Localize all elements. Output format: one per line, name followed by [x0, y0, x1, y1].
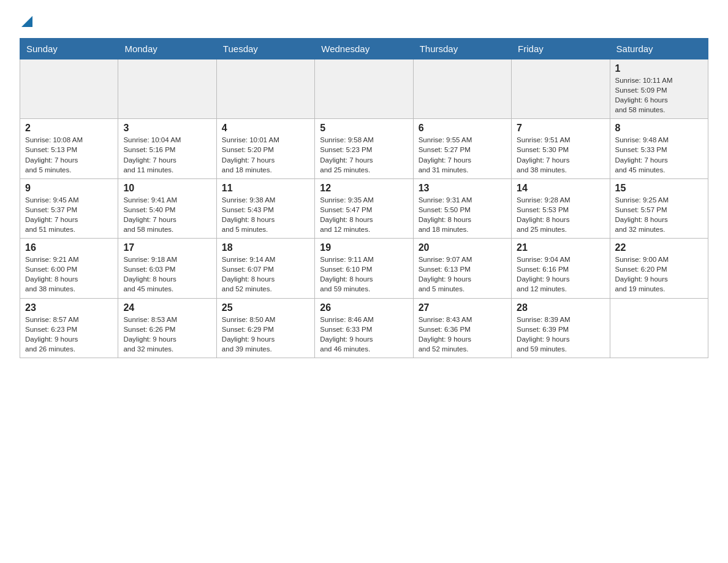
calendar-cell: 24Sunrise: 8:53 AM Sunset: 6:26 PM Dayli…: [118, 298, 216, 358]
day-info: Sunrise: 9:41 AM Sunset: 5:40 PM Dayligh…: [123, 195, 211, 234]
day-info: Sunrise: 9:00 AM Sunset: 6:20 PM Dayligh…: [615, 255, 703, 294]
page-header: [20, 15, 708, 26]
day-number: 13: [419, 183, 506, 194]
day-number: 3: [123, 123, 211, 134]
calendar-table: SundayMondayTuesdayWednesdayThursdayFrid…: [20, 38, 708, 358]
calendar-cell: 26Sunrise: 8:46 AM Sunset: 6:33 PM Dayli…: [315, 298, 413, 358]
weekday-header-friday: Friday: [512, 39, 610, 59]
day-info: Sunrise: 8:39 AM Sunset: 6:39 PM Dayligh…: [517, 315, 604, 354]
day-number: 12: [320, 183, 408, 194]
calendar-cell: 17Sunrise: 9:18 AM Sunset: 6:03 PM Dayli…: [118, 239, 216, 298]
weekday-header-monday: Monday: [118, 39, 216, 59]
day-number: 17: [123, 242, 211, 253]
calendar-cell: 14Sunrise: 9:28 AM Sunset: 5:53 PM Dayli…: [512, 178, 610, 238]
day-number: 1: [615, 63, 703, 74]
calendar-cell: 23Sunrise: 8:57 AM Sunset: 6:23 PM Dayli…: [20, 298, 118, 358]
day-info: Sunrise: 9:48 AM Sunset: 5:33 PM Dayligh…: [615, 135, 703, 174]
day-number: 4: [222, 123, 309, 134]
calendar-cell: 4Sunrise: 10:01 AM Sunset: 5:20 PM Dayli…: [216, 119, 314, 178]
day-number: 18: [222, 242, 309, 253]
day-number: 23: [25, 302, 113, 313]
day-info: Sunrise: 8:43 AM Sunset: 6:36 PM Dayligh…: [419, 315, 506, 354]
day-info: Sunrise: 9:07 AM Sunset: 6:13 PM Dayligh…: [419, 255, 506, 294]
day-info: Sunrise: 10:04 AM Sunset: 5:16 PM Daylig…: [123, 135, 211, 174]
calendar-cell: [315, 59, 413, 119]
calendar-cell: 16Sunrise: 9:21 AM Sunset: 6:00 PM Dayli…: [20, 239, 118, 298]
svg-marker-0: [21, 16, 32, 27]
day-info: Sunrise: 9:58 AM Sunset: 5:23 PM Dayligh…: [320, 135, 408, 174]
day-number: 10: [123, 183, 211, 194]
day-info: Sunrise: 9:38 AM Sunset: 5:43 PM Dayligh…: [222, 195, 309, 234]
calendar-cell: 6Sunrise: 9:55 AM Sunset: 5:27 PM Daylig…: [413, 119, 511, 178]
day-info: Sunrise: 9:31 AM Sunset: 5:50 PM Dayligh…: [419, 195, 506, 234]
calendar-week-1: 1Sunrise: 10:11 AM Sunset: 5:09 PM Dayli…: [20, 59, 708, 119]
calendar-cell: 9Sunrise: 9:45 AM Sunset: 5:37 PM Daylig…: [20, 178, 118, 238]
calendar-cell: 13Sunrise: 9:31 AM Sunset: 5:50 PM Dayli…: [413, 178, 511, 238]
calendar-cell: 7Sunrise: 9:51 AM Sunset: 5:30 PM Daylig…: [512, 119, 610, 178]
calendar-cell: 27Sunrise: 8:43 AM Sunset: 6:36 PM Dayli…: [413, 298, 511, 358]
day-number: 15: [615, 183, 703, 194]
weekday-header-thursday: Thursday: [413, 39, 511, 59]
day-info: Sunrise: 10:08 AM Sunset: 5:13 PM Daylig…: [25, 135, 113, 174]
day-info: Sunrise: 9:35 AM Sunset: 5:47 PM Dayligh…: [320, 195, 408, 234]
day-number: 27: [419, 302, 506, 313]
day-number: 8: [615, 123, 703, 134]
calendar-cell: 19Sunrise: 9:11 AM Sunset: 6:10 PM Dayli…: [315, 239, 413, 298]
day-info: Sunrise: 10:01 AM Sunset: 5:20 PM Daylig…: [222, 135, 309, 174]
day-info: Sunrise: 8:46 AM Sunset: 6:33 PM Dayligh…: [320, 315, 408, 354]
day-info: Sunrise: 9:51 AM Sunset: 5:30 PM Dayligh…: [517, 135, 604, 174]
logo-triangle-icon: [21, 16, 32, 27]
day-number: 16: [25, 242, 113, 253]
day-number: 2: [25, 123, 113, 134]
day-number: 21: [517, 242, 604, 253]
calendar-cell: 1Sunrise: 10:11 AM Sunset: 5:09 PM Dayli…: [610, 59, 708, 119]
calendar-cell: 2Sunrise: 10:08 AM Sunset: 5:13 PM Dayli…: [20, 119, 118, 178]
day-number: 14: [517, 183, 604, 194]
calendar-cell: [512, 59, 610, 119]
day-info: Sunrise: 9:21 AM Sunset: 6:00 PM Dayligh…: [25, 255, 113, 294]
day-info: Sunrise: 9:28 AM Sunset: 5:53 PM Dayligh…: [517, 195, 604, 234]
day-number: 19: [320, 242, 408, 253]
day-number: 7: [517, 123, 604, 134]
calendar-cell: 10Sunrise: 9:41 AM Sunset: 5:40 PM Dayli…: [118, 178, 216, 238]
logo: [20, 15, 32, 26]
day-info: Sunrise: 9:14 AM Sunset: 6:07 PM Dayligh…: [222, 255, 309, 294]
day-info: Sunrise: 9:25 AM Sunset: 5:57 PM Dayligh…: [615, 195, 703, 234]
day-number: 24: [123, 302, 211, 313]
day-number: 5: [320, 123, 408, 134]
day-number: 9: [25, 183, 113, 194]
day-number: 11: [222, 183, 309, 194]
calendar-cell: 25Sunrise: 8:50 AM Sunset: 6:29 PM Dayli…: [216, 298, 314, 358]
weekday-header-saturday: Saturday: [610, 39, 708, 59]
weekday-header-row: SundayMondayTuesdayWednesdayThursdayFrid…: [20, 39, 708, 59]
calendar-cell: [20, 59, 118, 119]
day-number: 26: [320, 302, 408, 313]
day-number: 22: [615, 242, 703, 253]
calendar-cell: 3Sunrise: 10:04 AM Sunset: 5:16 PM Dayli…: [118, 119, 216, 178]
calendar-cell: 12Sunrise: 9:35 AM Sunset: 5:47 PM Dayli…: [315, 178, 413, 238]
calendar-cell: [216, 59, 314, 119]
day-info: Sunrise: 10:11 AM Sunset: 5:09 PM Daylig…: [615, 75, 703, 115]
day-number: 20: [419, 242, 506, 253]
day-number: 28: [517, 302, 604, 313]
calendar-cell: 8Sunrise: 9:48 AM Sunset: 5:33 PM Daylig…: [610, 119, 708, 178]
calendar-week-3: 9Sunrise: 9:45 AM Sunset: 5:37 PM Daylig…: [20, 178, 708, 238]
calendar-cell: 18Sunrise: 9:14 AM Sunset: 6:07 PM Dayli…: [216, 239, 314, 298]
calendar-cell: 22Sunrise: 9:00 AM Sunset: 6:20 PM Dayli…: [610, 239, 708, 298]
calendar-week-4: 16Sunrise: 9:21 AM Sunset: 6:00 PM Dayli…: [20, 239, 708, 298]
calendar-cell: 5Sunrise: 9:58 AM Sunset: 5:23 PM Daylig…: [315, 119, 413, 178]
weekday-header-sunday: Sunday: [20, 39, 118, 59]
calendar-week-2: 2Sunrise: 10:08 AM Sunset: 5:13 PM Dayli…: [20, 119, 708, 178]
calendar-week-5: 23Sunrise: 8:57 AM Sunset: 6:23 PM Dayli…: [20, 298, 708, 358]
calendar-cell: [610, 298, 708, 358]
calendar-cell: 20Sunrise: 9:07 AM Sunset: 6:13 PM Dayli…: [413, 239, 511, 298]
day-info: Sunrise: 9:18 AM Sunset: 6:03 PM Dayligh…: [123, 255, 211, 294]
day-number: 6: [419, 123, 506, 134]
calendar-cell: [118, 59, 216, 119]
calendar-cell: 21Sunrise: 9:04 AM Sunset: 6:16 PM Dayli…: [512, 239, 610, 298]
calendar-cell: [413, 59, 511, 119]
day-info: Sunrise: 9:55 AM Sunset: 5:27 PM Dayligh…: [419, 135, 506, 174]
weekday-header-wednesday: Wednesday: [315, 39, 413, 59]
day-info: Sunrise: 8:53 AM Sunset: 6:26 PM Dayligh…: [123, 315, 211, 354]
day-info: Sunrise: 8:50 AM Sunset: 6:29 PM Dayligh…: [222, 315, 309, 354]
